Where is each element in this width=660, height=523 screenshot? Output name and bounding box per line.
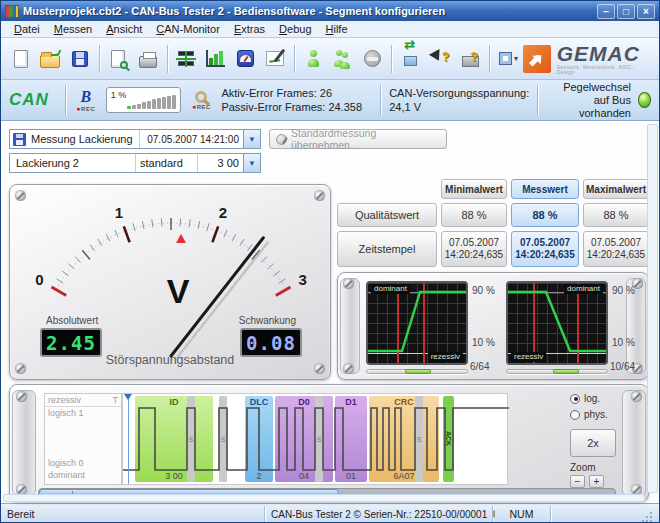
edge-position-slider[interactable] [366, 369, 468, 374]
dominant-label: dominant [564, 284, 603, 294]
menu-extras[interactable]: Extras [227, 22, 272, 36]
row-label-qualitaetswert: Qualitätswert [337, 203, 437, 227]
row-label-zeitstempel: Zeitstempel [337, 231, 437, 267]
display-log-radio[interactable]: log. [570, 393, 600, 404]
app-window: Musterprojekt.cbt2 - CAN-Bus Tester 2 - … [0, 0, 660, 523]
toolbar-separator [294, 45, 295, 73]
busload-meter: 1 % [106, 87, 182, 113]
screw-icon [631, 391, 642, 402]
bar-chart-icon [206, 50, 225, 67]
panel-edge-decor [12, 390, 36, 496]
edge-fraction: 10/64 [610, 361, 646, 372]
package-help-button[interactable]: ? [455, 42, 485, 76]
zoom-out-button[interactable]: − [570, 475, 585, 488]
logisch1-label: logisch 1 [48, 408, 84, 418]
stop-icon [364, 50, 381, 67]
title-bar[interactable]: Musterprojekt.cbt2 - CAN-Bus Tester 2 - … [1, 1, 659, 21]
rezessiv-label: rezessiv [428, 352, 463, 362]
menu-ansicht[interactable]: Ansicht [99, 22, 149, 36]
horizontal-scrollbar[interactable] [3, 494, 645, 502]
minimize-button[interactable]: – [597, 4, 615, 19]
zoom-label: Zoom [570, 462, 596, 473]
rezessiv-label: rezessiv [511, 352, 546, 362]
menu-debug[interactable]: Debug [272, 22, 318, 36]
maximize-button[interactable]: □ [617, 4, 635, 19]
zeit-mess: 07.05.2007 14:20:24,635 [511, 231, 579, 267]
low-percent-label: 10 % [472, 337, 508, 348]
image-transfer-button[interactable]: ⇄ [396, 42, 426, 76]
gauge-unit: V [167, 272, 190, 310]
segment-code: 3 00 [197, 154, 243, 172]
toolbar-separator [391, 45, 392, 73]
context-help-button[interactable]: ? [426, 42, 456, 76]
zoom-in-button[interactable]: + [589, 475, 604, 488]
vertical-scrollbar[interactable] [647, 124, 658, 493]
qualitaet-mess: 88 % [511, 203, 579, 227]
protocol-button[interactable] [260, 42, 290, 76]
menu-hilfe[interactable]: Hilfe [319, 22, 355, 36]
client-area: Messung Lackierung 07.05.2007 14:21:00 ▼… [1, 121, 659, 503]
zoom-factor-button[interactable]: 2x [570, 429, 616, 457]
open-project-button[interactable] [36, 42, 66, 76]
user-online-button[interactable] [299, 42, 329, 76]
bus-level-led-icon [638, 92, 651, 108]
dominant-label: dominant [371, 284, 410, 294]
frame-view-panel: rezessiv T logisch 1 logisch 0 dominant … [9, 384, 649, 502]
dropdown-arrow-icon[interactable]: ▼ [243, 130, 260, 148]
statistics-button[interactable] [201, 42, 231, 76]
print-preview-button[interactable] [104, 42, 134, 76]
standard-measurement-button[interactable]: Standardmessung übernehmen... [269, 129, 447, 149]
panel-edge-decor [622, 390, 646, 496]
edge-position-slider[interactable] [506, 369, 608, 374]
print-button[interactable] [133, 42, 163, 76]
close-button[interactable]: × [637, 4, 655, 19]
standard-measurement-label: Standardmessung übernehmen... [291, 127, 440, 151]
results-table: Minimalwert Messwert Maximalwert Qualitä… [337, 177, 649, 269]
stop-button[interactable] [358, 42, 388, 76]
app-icon [5, 5, 19, 18]
trigger-record-icon[interactable]: ●REC [189, 91, 213, 110]
window-layout-icon [499, 52, 512, 65]
time-cursor[interactable] [128, 394, 129, 484]
display-phys-radio[interactable]: phys. [570, 409, 608, 420]
svg-text:1: 1 [115, 204, 123, 221]
gemac-arrow-icon [523, 45, 551, 73]
can-status-bar: CAN B ●REC 1 % ●REC Aktiv-Error Frames: … [1, 80, 659, 121]
log-label: log. [584, 393, 600, 404]
toolbar-separator [167, 45, 168, 73]
menu-datei[interactable]: Datei [7, 22, 47, 36]
bus-topology-button[interactable] [172, 42, 202, 76]
multimeter-button[interactable] [231, 42, 261, 76]
new-document-icon [14, 50, 28, 68]
window-layout-button[interactable]: ▾ [494, 42, 524, 76]
svg-text:2: 2 [219, 204, 227, 221]
user-icon [307, 50, 320, 67]
zeit-max: 07.05.2007 14:20:24,635 [583, 231, 649, 267]
menu-can-monitor[interactable]: CAN-Monitor [149, 22, 227, 36]
menu-messen[interactable]: Messen [47, 22, 100, 36]
screw-icon [16, 391, 27, 402]
dropdown-arrow-icon[interactable]: ▼ [243, 154, 260, 172]
level-legend: rezessiv T logisch 1 logisch 0 dominant [44, 393, 122, 485]
edge-scope-panel: dominant rezessiv 90 % 10 % 6/64 dominan… [337, 272, 649, 380]
package-help-icon: ? [462, 50, 478, 67]
segment-selector[interactable]: Lackierung 2 standard 3 00 ▼ [9, 153, 261, 173]
qualitaet-max: 88 % [583, 203, 649, 227]
measurement-selector[interactable]: Messung Lackierung 07.05.2007 14:21:00 ▼ [9, 129, 261, 149]
new-project-button[interactable] [6, 42, 36, 76]
bus-record-icon[interactable]: B ●REC [74, 89, 98, 112]
screw-icon [343, 278, 354, 289]
error-frames-block: Aktiv-Error Frames: 26 Passiv-Error Fram… [221, 86, 372, 114]
svg-text:3: 3 [298, 271, 306, 288]
resize-grip[interactable] [640, 510, 653, 523]
toolbar: ⇄ ? ? ▾ GEMAC Sensorik. Messtechnik. ASI… [1, 38, 659, 80]
supply-value: 24,1 V [389, 101, 421, 113]
save-project-button[interactable] [65, 42, 95, 76]
supply-voltage-block: CAN-Versorgungsspannung: 24,1 V [389, 86, 529, 114]
busload-value: 1 % [111, 90, 127, 100]
saved-measurement-icon [13, 133, 26, 146]
user-group-button[interactable] [328, 42, 358, 76]
record-b-glyph: B [80, 89, 91, 105]
frame-waveform: ID 3 00 S S DLC 2 D0 04 S D1 01 [122, 393, 508, 485]
record-label: REC [81, 106, 95, 112]
